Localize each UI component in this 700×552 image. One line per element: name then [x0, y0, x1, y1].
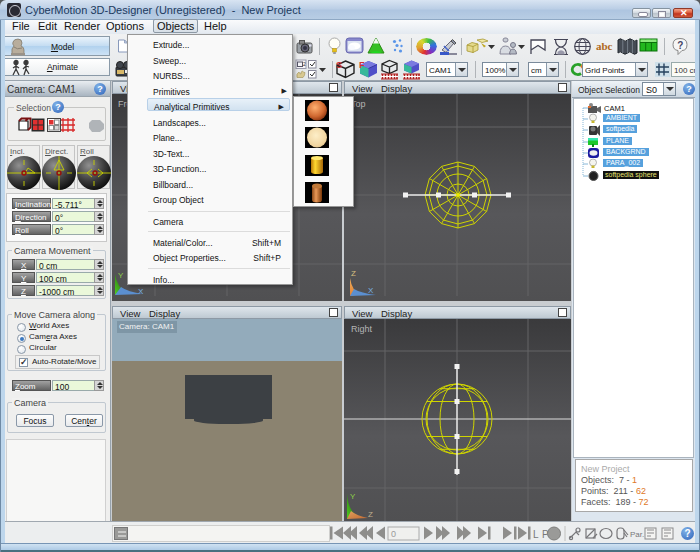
svg-text:Par.: Par.: [630, 530, 644, 539]
svg-text:F: F: [359, 60, 365, 70]
svg-text:X: X: [368, 286, 374, 295]
svg-text:abc: abc: [596, 40, 613, 52]
svg-text:Right: Right: [351, 324, 373, 334]
svg-text:L: L: [533, 529, 539, 540]
svg-text:Z: Z: [368, 510, 373, 519]
svg-text:X: X: [138, 287, 144, 296]
svg-text:Y: Y: [350, 492, 356, 501]
svg-text:?: ?: [677, 40, 683, 51]
svg-text:0: 0: [391, 529, 396, 539]
svg-text:S: S: [336, 60, 342, 70]
svg-text:Z: Z: [351, 269, 356, 278]
svg-text:Y: Y: [118, 271, 124, 280]
svg-text:2: 2: [303, 61, 306, 67]
